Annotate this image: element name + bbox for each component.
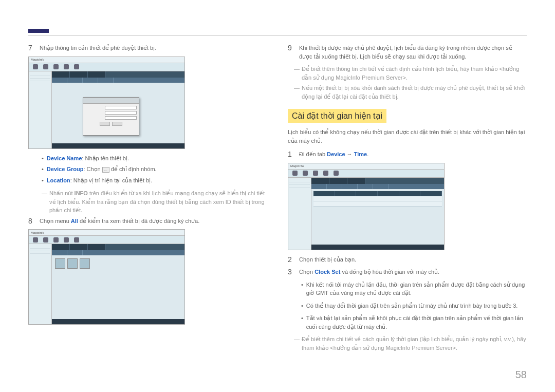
device-thumb bbox=[80, 258, 90, 269]
step-3: 3 Chọn Clock Set và đồng bộ hóa thời gia… bbox=[288, 268, 527, 276]
ss-tabs bbox=[52, 244, 184, 250]
toolbar-icon bbox=[313, 171, 318, 176]
ss-tab bbox=[329, 178, 347, 184]
toolbar-icon bbox=[43, 64, 48, 69]
toolbar-icon bbox=[74, 237, 79, 242]
note-schedule-config: Để biết thêm thông tin chi tiết về cách … bbox=[294, 65, 527, 82]
device-thumb bbox=[67, 258, 78, 269]
ss-toolbar bbox=[29, 236, 184, 244]
step-number: 9 bbox=[288, 44, 294, 61]
ss-tab bbox=[347, 178, 365, 184]
step-number: 2 bbox=[288, 255, 294, 264]
dialog-body bbox=[83, 104, 139, 128]
toolbar-icon bbox=[53, 64, 59, 69]
header-divider bbox=[28, 35, 527, 36]
ss-tab bbox=[88, 244, 106, 250]
intro-text: Lịch biểu có thể không chạy nếu thời gia… bbox=[288, 128, 527, 145]
step-text: Đi đến tab Device → Time. bbox=[299, 150, 527, 159]
step-text: Nhập thông tin cần thiết để phê duyệt th… bbox=[40, 44, 267, 52]
bullet-device-name: Device Name: Nhập tên thiết bị. bbox=[42, 154, 267, 163]
toolbar-icon bbox=[292, 171, 298, 176]
sidebar-item bbox=[30, 79, 50, 81]
device-table bbox=[313, 191, 442, 207]
th bbox=[378, 191, 399, 196]
location-label: Location bbox=[47, 177, 70, 183]
ss-toolbar bbox=[29, 63, 184, 71]
ss-titlebar: MagicInfo bbox=[288, 163, 444, 170]
table-row bbox=[313, 201, 442, 207]
ss-titlebar: MagicInfo bbox=[29, 57, 184, 63]
ss-main bbox=[52, 71, 184, 148]
ss-toolbar bbox=[288, 170, 444, 178]
all-label: All bbox=[71, 218, 78, 224]
device-thumb bbox=[55, 258, 65, 269]
dialog-title bbox=[83, 98, 139, 104]
device-tab-label: Device bbox=[327, 151, 345, 157]
ss-tab bbox=[52, 71, 70, 78]
ss-footer bbox=[52, 143, 184, 148]
approve-dialog bbox=[83, 97, 139, 136]
ss-tab bbox=[70, 71, 88, 78]
toolbar-icon bbox=[33, 237, 38, 242]
bullet-device-group: Device Group: Chọn ... để chỉ định nhóm. bbox=[42, 165, 267, 174]
ss-tab bbox=[88, 71, 106, 78]
toolbar-icon bbox=[334, 171, 339, 176]
ss-tabs bbox=[311, 178, 444, 184]
th bbox=[313, 191, 335, 196]
device-name-input bbox=[105, 106, 137, 109]
ss-main bbox=[311, 178, 444, 250]
screenshot-all-menu: MagicInfo bbox=[28, 229, 185, 325]
ss-subtab bbox=[67, 250, 83, 255]
step-number: 1 bbox=[288, 150, 294, 159]
cancel-button bbox=[112, 122, 122, 126]
toolbar-icon bbox=[303, 171, 308, 176]
ss-tab bbox=[70, 244, 88, 250]
th bbox=[356, 191, 378, 196]
toolbar-icon bbox=[64, 64, 69, 69]
step-number: 8 bbox=[28, 217, 34, 226]
ss-body bbox=[29, 71, 184, 148]
ss-titlebar: MagicInfo bbox=[29, 230, 184, 236]
device-group-input bbox=[105, 111, 137, 115]
bullet-location: Location: Nhập vị trí hiện tại của thiết… bbox=[42, 176, 267, 185]
ss-sidebar bbox=[29, 71, 52, 148]
toolbar-icon bbox=[64, 237, 69, 242]
ss-sidebar bbox=[288, 178, 311, 250]
step-number: 3 bbox=[288, 268, 294, 276]
step-9: 9 Khi thiết bị được máy chủ phê duyệt, l… bbox=[288, 44, 527, 61]
field-bullets: Device Name: Nhập tên thiết bị. Device G… bbox=[42, 154, 267, 185]
step-8: 8 Chọn menu All để kiểm tra xem thiết bị… bbox=[28, 217, 267, 226]
sidebar-item bbox=[30, 251, 50, 254]
toolbar-icon bbox=[53, 237, 59, 242]
ss-subtabs bbox=[52, 250, 184, 255]
toolbar-icon bbox=[323, 171, 328, 176]
screenshot-approve-dialog: MagicInfo bbox=[28, 57, 185, 149]
clock-set-label: Clock Set bbox=[314, 269, 340, 275]
ss-sidebar bbox=[29, 244, 52, 324]
ss-subtab bbox=[342, 184, 358, 189]
step-7: 7 Nhập thông tin cần thiết để phê duyệt … bbox=[28, 44, 267, 52]
step-text: Chọn thiết bị của bạn. bbox=[299, 255, 527, 264]
step-text: Chọn menu All để kiểm tra xem thiết bị đ… bbox=[40, 217, 267, 226]
ss-subtab bbox=[327, 184, 342, 189]
page-columns: 7 Nhập thông tin cần thiết để phê duyệt … bbox=[28, 44, 527, 354]
step-1: 1 Đi đến tab Device → Time. bbox=[288, 150, 527, 159]
ss-subtab bbox=[373, 184, 388, 189]
sub-bullet: Khi kết nối tới máy chủ lần đầu, thời gi… bbox=[301, 281, 527, 297]
ok-button bbox=[100, 122, 110, 126]
ss-footer bbox=[52, 319, 184, 324]
time-tab-label: Time bbox=[354, 151, 367, 157]
screenshot-device-time: MagicInfo bbox=[288, 163, 445, 250]
device-group-label: Device Group bbox=[47, 166, 84, 172]
location-input bbox=[105, 116, 137, 120]
ss-subtab bbox=[52, 78, 67, 83]
info-label: INFO bbox=[75, 190, 88, 196]
ss-subtab bbox=[98, 78, 114, 83]
page-number: 58 bbox=[515, 369, 527, 381]
ss-subtab bbox=[83, 78, 98, 83]
thumbnail-row bbox=[52, 255, 184, 272]
ss-tabs bbox=[52, 71, 184, 78]
table-header-row bbox=[313, 191, 442, 196]
ss-body bbox=[29, 244, 184, 324]
section-heading-time: Cài đặt thời gian hiện tại bbox=[288, 109, 386, 123]
